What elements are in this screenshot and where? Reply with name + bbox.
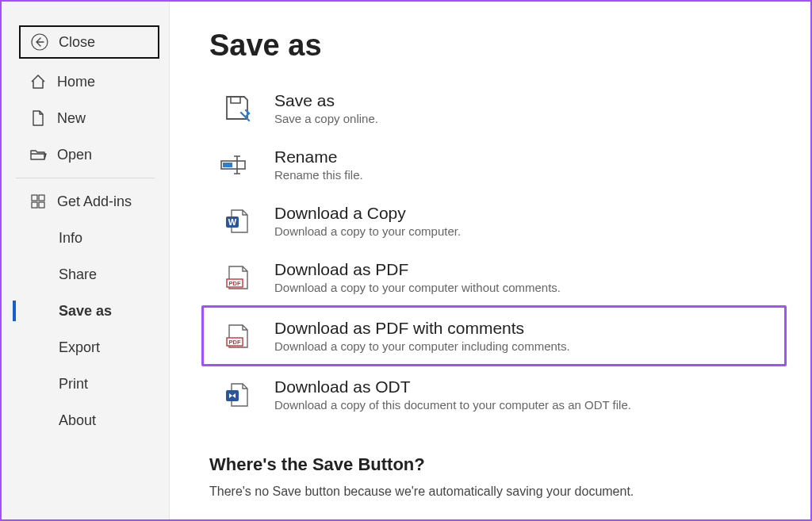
rename-icon: [217, 153, 257, 177]
sidebar-label-export: Export: [59, 339, 100, 356]
option-download-odt[interactable]: Download as ODT Download a copy of this …: [209, 366, 779, 423]
svg-rect-5: [231, 97, 240, 103]
sidebar-label-close: Close: [59, 34, 95, 51]
option-title: Save as: [274, 91, 378, 110]
svg-text:PDF: PDF: [229, 339, 241, 346]
sidebar-label-addins: Get Add-ins: [57, 193, 132, 210]
option-rename[interactable]: Rename Rename this file.: [209, 136, 779, 193]
sidebar-label-home: Home: [57, 74, 95, 90]
option-title: Download as ODT: [274, 377, 631, 396]
sidebar-label-info: Info: [59, 230, 82, 247]
info-title: Where's the Save Button?: [209, 454, 779, 475]
new-doc-icon: [27, 109, 49, 127]
main-panel: Save as Save as Save a copy online. Rena…: [170, 2, 810, 519]
option-desc: Download a copy to your computer includi…: [274, 339, 570, 353]
option-desc: Download a copy of this document to your…: [274, 398, 631, 412]
svg-text:PDF: PDF: [229, 280, 241, 287]
option-body: Download as ODT Download a copy of this …: [274, 377, 631, 412]
option-desc: Download a copy to your computer without…: [274, 281, 561, 294]
sidebar-item-new[interactable]: New: [2, 100, 169, 136]
sidebar-item-share[interactable]: Share: [2, 256, 169, 293]
sidebar-separator: [16, 178, 155, 178]
option-body: Download as PDF with comments Download a…: [274, 319, 570, 353]
svg-rect-2: [39, 195, 44, 201]
option-download-copy[interactable]: W Download a Copy Download a copy to you…: [209, 193, 779, 249]
option-body: Download a Copy Download a copy to your …: [274, 204, 461, 238]
option-body: Download as PDF Download a copy to your …: [274, 260, 561, 294]
option-desc: Save a copy online.: [274, 112, 378, 125]
addins-icon: [27, 193, 49, 209]
sidebar-item-home[interactable]: Home: [2, 63, 169, 100]
pdf-icon: PDF: [217, 264, 257, 291]
pdf-comments-icon: PDF: [217, 323, 257, 350]
odt-icon: [217, 381, 257, 408]
sidebar-item-export[interactable]: Export: [2, 329, 169, 366]
option-title: Rename: [274, 147, 363, 167]
option-desc: Download a copy to your computer.: [274, 224, 461, 238]
sidebar-label-print: Print: [59, 376, 88, 393]
option-download-pdf-comments[interactable]: PDF Download as PDF with comments Downlo…: [201, 305, 787, 366]
sidebar-item-info[interactable]: Info: [2, 220, 169, 256]
option-body: Rename Rename this file.: [274, 147, 363, 182]
info-section: Where's the Save Button? There's no Save…: [209, 454, 779, 499]
sidebar: Close Home New Open Get Add-ins: [2, 2, 170, 519]
option-title: Download a Copy: [274, 204, 461, 223]
home-icon: [27, 73, 49, 90]
open-folder-icon: [27, 147, 49, 163]
svg-rect-1: [32, 195, 37, 201]
svg-rect-4: [39, 202, 44, 208]
option-download-pdf[interactable]: PDF Download as PDF Download a copy to y…: [209, 249, 779, 305]
sidebar-item-open[interactable]: Open: [2, 136, 169, 173]
sidebar-label-about: About: [59, 412, 96, 429]
svg-rect-3: [32, 202, 37, 208]
info-text: There's no Save button because we're aut…: [209, 485, 779, 499]
sidebar-item-print[interactable]: Print: [2, 366, 169, 402]
word-doc-icon: W: [217, 208, 257, 235]
sidebar-item-saveas[interactable]: Save as: [2, 293, 169, 329]
back-arrow-icon: [29, 33, 51, 51]
sidebar-item-close[interactable]: Close: [19, 25, 159, 59]
sidebar-label-saveas: Save as: [59, 303, 112, 320]
sidebar-label-new: New: [57, 110, 86, 127]
option-body: Save as Save a copy online.: [274, 91, 378, 125]
sidebar-item-about[interactable]: About: [2, 402, 169, 439]
option-desc: Rename this file.: [274, 168, 363, 182]
option-title: Download as PDF with comments: [274, 319, 570, 338]
page-title: Save as: [209, 29, 779, 63]
sidebar-label-open: Open: [57, 147, 92, 163]
svg-text:W: W: [228, 217, 237, 227]
option-title: Download as PDF: [274, 260, 561, 279]
svg-rect-7: [223, 163, 232, 167]
save-as-icon: [217, 94, 257, 124]
sidebar-label-share: Share: [59, 266, 97, 283]
option-save-as[interactable]: Save as Save a copy online.: [209, 80, 779, 136]
sidebar-item-addins[interactable]: Get Add-ins: [2, 183, 169, 220]
